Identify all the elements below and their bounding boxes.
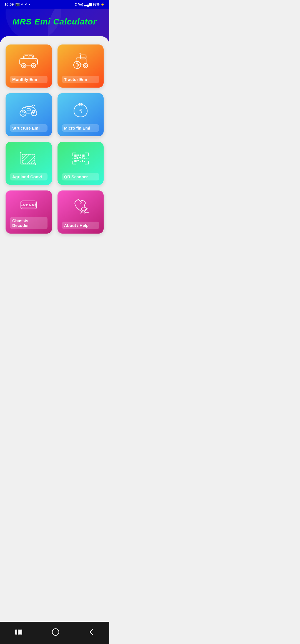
main-content: Monthly Emi [0,36,109,242]
svg-rect-49 [82,160,83,162]
svg-line-36 [31,160,35,164]
chassis-decoder-label: Chassis Decoder [10,217,48,229]
structure-emi-card[interactable]: Structure Emi [6,93,52,136]
tractor-emi-label: Tractor Emi [62,76,99,83]
micro-fin-emi-icon: ₹ [62,98,99,122]
svg-point-20 [20,110,26,116]
signal-icon: ⊙ Vo) [74,3,83,6]
monthly-emi-label: Monthly Emi [10,76,48,83]
qr-scanner-card[interactable]: QR Scanner [58,142,104,185]
tractor-emi-icon [62,49,99,73]
svg-rect-41 [74,158,76,159]
status-right: ⊙ Vo) ▂▄▆ 98% ⚡ [74,3,105,6]
svg-point-3 [22,63,26,68]
svg-point-5 [31,63,36,68]
battery-icon: ⚡ [101,3,105,6]
signal-bars: ▂▄▆ [84,3,92,6]
qr-scanner-label: QR Scanner [62,173,99,180]
notification-icons: 📷 ✓ ✓ • [15,2,30,6]
svg-marker-30 [35,163,37,165]
about-help-card[interactable]: About / Help [58,190,104,234]
tractor-emi-card[interactable]: Tractor Emi [58,44,104,88]
svg-rect-19 [27,108,31,111]
agriland-convt-label: Agriland Convt [10,173,48,180]
status-left: 10:09 📷 ✓ ✓ • [4,2,30,6]
monthly-emi-icon [10,49,48,73]
svg-rect-45 [84,158,85,159]
svg-text:₹: ₹ [79,108,82,114]
svg-line-33 [22,155,30,162]
structure-emi-icon [10,98,48,122]
svg-point-21 [22,112,24,114]
svg-rect-50 [84,161,85,162]
svg-line-32 [22,155,26,158]
app-title: MRS Emi Calculator [12,17,97,26]
battery: 98% [93,3,99,6]
chassis-decoder-card[interactable]: ABC1234567 Chassis Decoder [6,190,52,234]
svg-rect-2 [29,56,32,58]
svg-point-55 [81,207,85,211]
status-bar: 10:09 📷 ✓ ✓ • ⊙ Vo) ▂▄▆ 98% ⚡ [0,0,109,9]
about-help-icon [62,195,99,219]
svg-rect-9 [81,55,86,59]
svg-rect-46 [74,160,76,162]
monthly-emi-card[interactable]: Monthly Emi [6,44,52,88]
svg-rect-38 [78,155,79,156]
structure-emi-label: Structure Emi [10,124,48,132]
agriland-convt-card[interactable]: Agriland Convt [6,142,52,185]
svg-line-35 [28,156,35,164]
svg-rect-40 [82,155,84,157]
svg-rect-43 [79,157,81,158]
card-grid: Monthly Emi [6,44,104,234]
svg-rect-47 [78,160,79,161]
svg-rect-44 [82,157,83,158]
micro-fin-emi-label: Micro fin Emi [62,124,99,132]
svg-point-17 [84,65,86,66]
time: 10:09 [4,2,14,6]
svg-rect-1 [25,56,28,58]
about-help-label: About / Help [62,222,99,229]
svg-marker-29 [20,151,22,153]
svg-rect-37 [74,155,76,157]
svg-text:ABC1234567: ABC1234567 [21,204,36,207]
svg-rect-39 [80,155,81,156]
svg-rect-48 [80,161,81,162]
chassis-decoder-icon: ABC1234567 [10,195,48,215]
agriland-convt-icon [10,146,48,171]
qr-scanner-icon [62,146,99,171]
micro-fin-emi-card[interactable]: ₹ Micro fin Emi [58,93,104,136]
